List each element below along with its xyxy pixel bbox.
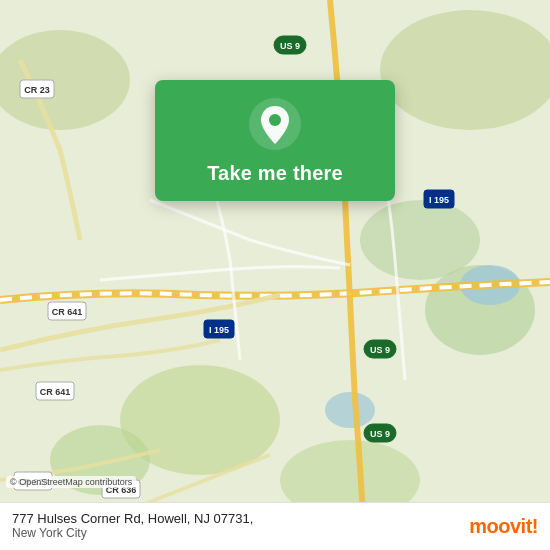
svg-text:US 9: US 9 (280, 41, 300, 51)
svg-text:US 9: US 9 (370, 429, 390, 439)
location-pin-icon (249, 98, 301, 150)
svg-text:CR 23: CR 23 (24, 85, 50, 95)
svg-text:CR 641: CR 641 (40, 387, 71, 397)
osm-attribution: © OpenStreetMap contributors (6, 476, 136, 488)
address-line1: 777 Hulses Corner Rd, Howell, NJ 07731, (12, 511, 253, 526)
svg-point-8 (325, 392, 375, 428)
svg-point-0 (0, 30, 130, 130)
svg-point-1 (380, 10, 550, 130)
svg-text:CR 641: CR 641 (52, 307, 83, 317)
address-line2: New York City (12, 526, 253, 540)
svg-text:I 195: I 195 (429, 195, 449, 205)
location-card: Take me there (155, 80, 395, 201)
take-me-there-button[interactable]: Take me there (207, 160, 343, 187)
moovit-logo-text: moovit! (469, 516, 538, 536)
svg-point-30 (269, 114, 281, 126)
map-container: CR 23 US 9 I 195 CR 641 I 195 US 9 CR 64… (0, 0, 550, 550)
address-block: 777 Hulses Corner Rd, Howell, NJ 07731, … (12, 511, 253, 540)
svg-text:US 9: US 9 (370, 345, 390, 355)
osm-text: © OpenStreetMap contributors (10, 477, 132, 487)
svg-text:I 195: I 195 (209, 325, 229, 335)
moovit-logo: moovit! (469, 516, 538, 536)
bottom-bar: 777 Hulses Corner Rd, Howell, NJ 07731, … (0, 502, 550, 550)
